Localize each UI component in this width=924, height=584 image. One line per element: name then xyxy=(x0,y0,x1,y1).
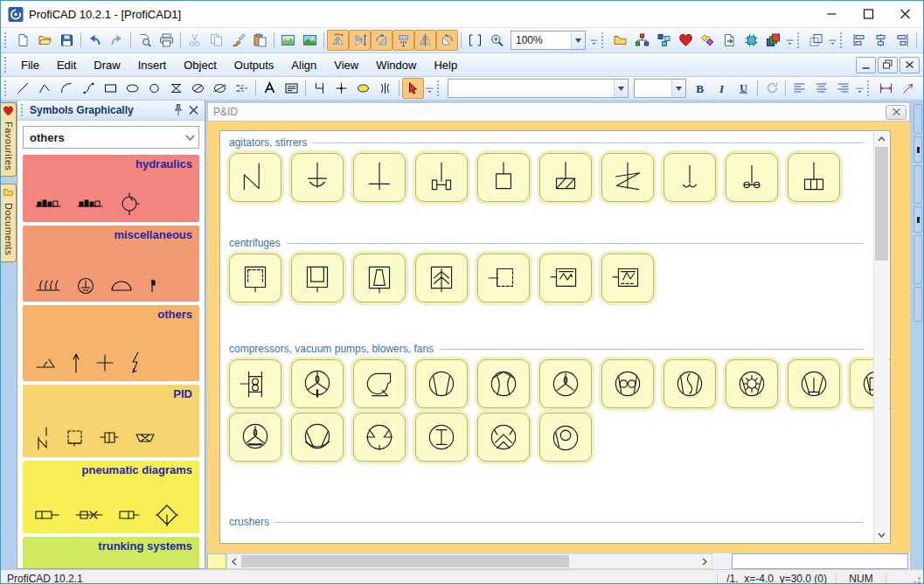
symbol-tile-compressor-piston[interactable] xyxy=(229,359,281,408)
toolbar-overflow-button[interactable] xyxy=(784,31,795,51)
zoom-button[interactable] xyxy=(486,30,508,51)
document-close-button[interactable] xyxy=(886,105,907,120)
hydraulic-pump-symbol[interactable] xyxy=(119,192,140,215)
symbol-tile-fan-three-blade-bar[interactable] xyxy=(229,413,281,462)
layers-button[interactable] xyxy=(762,30,784,51)
horizontal-scrollbar-track[interactable] xyxy=(241,554,698,568)
bus-button[interactable] xyxy=(374,78,396,99)
menu-object[interactable]: Object xyxy=(175,55,226,75)
circle-button[interactable] xyxy=(143,78,165,99)
menu-outputs[interactable]: Outputs xyxy=(226,55,283,75)
hydraulic-unit-symbol[interactable] xyxy=(35,198,61,209)
right-toolbar-button[interactable] xyxy=(914,104,922,134)
symbol-tile-compressor-plain[interactable] xyxy=(415,359,468,408)
rect-button[interactable] xyxy=(100,78,122,99)
rotate-left-button[interactable] xyxy=(436,30,458,51)
maximize-button[interactable] xyxy=(850,1,886,27)
insert-image-2-button[interactable] xyxy=(299,30,321,51)
align-center-button[interactable] xyxy=(870,30,892,51)
hourglass-button[interactable] xyxy=(165,78,187,99)
dim-none-button[interactable] xyxy=(919,78,924,99)
nodes-button[interactable] xyxy=(653,30,675,51)
vertical-scrollbar[interactable] xyxy=(873,132,889,542)
panel-close-button[interactable] xyxy=(185,102,201,118)
symbol-tile-agitator-flat-paddle[interactable] xyxy=(353,153,406,202)
scroll-up-button[interactable] xyxy=(874,132,889,146)
hatch-button[interactable] xyxy=(231,78,253,99)
symbol-tile-centrifuge-chevron[interactable] xyxy=(415,254,468,302)
symbol-tile-agitator-grid-box[interactable] xyxy=(788,153,840,202)
align-right-button[interactable] xyxy=(892,30,914,51)
right-toolbar-button[interactable] xyxy=(914,136,922,163)
bold-button[interactable]: B xyxy=(689,78,711,99)
symbol-tile-compressor-tee[interactable] xyxy=(788,359,840,408)
document-minimize-button[interactable] xyxy=(856,57,876,73)
arc-button[interactable] xyxy=(56,78,78,99)
ellipse-button[interactable] xyxy=(122,78,143,99)
symbol-tile-fan-three-blade[interactable] xyxy=(539,359,592,408)
align-top-button[interactable] xyxy=(920,30,924,51)
symbol-tile-agitator-anchor[interactable] xyxy=(229,153,281,202)
dim-linear-button[interactable] xyxy=(875,78,897,99)
shapes-button[interactable] xyxy=(697,30,719,51)
ellipse-slash-button[interactable] xyxy=(187,78,209,99)
symbol-tile-centrifuge-zigzag[interactable] xyxy=(539,254,592,302)
text-block-button[interactable] xyxy=(281,78,302,99)
save-button[interactable] xyxy=(56,30,78,51)
dropdown-arrow-icon[interactable] xyxy=(571,31,585,49)
cut-button[interactable] xyxy=(184,30,205,51)
toolbar-overflow-button[interactable] xyxy=(588,31,600,51)
copy-button[interactable] xyxy=(205,30,227,51)
export-button[interactable] xyxy=(719,30,740,51)
symbol-tile-centrifuge-dashed-basket[interactable] xyxy=(229,254,281,302)
toolbar-overflow-button[interactable] xyxy=(424,79,435,99)
symbol-tile-agitator-propeller-curved[interactable] xyxy=(663,153,716,202)
document-close-button[interactable] xyxy=(900,57,920,73)
menu-window[interactable]: Window xyxy=(367,55,425,75)
menu-align[interactable]: Align xyxy=(282,55,325,75)
rotate-text-button[interactable] xyxy=(761,78,782,99)
horizontal-scrollbar-thumb[interactable] xyxy=(241,555,569,567)
lightning-symbol[interactable] xyxy=(129,351,142,374)
redo-button[interactable] xyxy=(106,30,128,51)
text-button[interactable] xyxy=(259,78,281,99)
symbol-tile-compressor-ports[interactable] xyxy=(353,413,406,462)
arrow-up-symbol[interactable] xyxy=(72,352,80,373)
symbol-tile-agitator-turbine[interactable] xyxy=(415,153,468,202)
symbol-tile-centrifuge-zigzag-dashed[interactable] xyxy=(601,254,654,302)
toolbar-overflow-button[interactable] xyxy=(827,31,838,51)
symbol-tile-compressor-chevrons[interactable] xyxy=(477,413,530,462)
underline-button[interactable]: U xyxy=(733,78,754,99)
text-align-center-button[interactable] xyxy=(810,78,832,99)
menu-help[interactable]: Help xyxy=(425,55,466,75)
symbol-tile-agitator-hatched-box[interactable] xyxy=(539,153,592,202)
chip-button[interactable] xyxy=(740,30,762,51)
pid-vessel-symbol[interactable] xyxy=(66,429,84,447)
paste-button[interactable] xyxy=(249,30,271,51)
flip-horizontal-button[interactable] xyxy=(327,30,349,51)
polyline-button[interactable] xyxy=(34,78,56,99)
right-toolbar-button[interactable] xyxy=(914,287,922,322)
pid-valve-symbol[interactable] xyxy=(100,431,119,445)
select-area-button[interactable] xyxy=(464,30,486,51)
valve-assembly-symbol[interactable] xyxy=(75,510,103,520)
pid-strainer-symbol[interactable] xyxy=(135,433,156,444)
insert-image-button[interactable] xyxy=(277,30,299,51)
earthing-symbol[interactable] xyxy=(77,277,94,295)
pid-agitator-symbol[interactable] xyxy=(35,426,51,450)
menu-insert[interactable]: Insert xyxy=(129,55,176,75)
dock-tab-favourites[interactable]: Favourites xyxy=(1,102,17,177)
format-painter-button[interactable] xyxy=(227,30,249,51)
right-toolbar-button[interactable] xyxy=(914,165,922,204)
symbol-tile-compressor-ring[interactable] xyxy=(539,413,592,462)
symbol-tile-blower-scroll[interactable] xyxy=(353,359,406,408)
print-preview-button[interactable] xyxy=(134,30,156,51)
menu-view[interactable]: View xyxy=(325,55,367,75)
close-button[interactable] xyxy=(886,1,923,27)
symbol-tile-agitator-propeller-loops[interactable] xyxy=(726,153,778,202)
italic-button[interactable]: I xyxy=(711,78,733,99)
right-toolbar-button[interactable] xyxy=(914,206,922,233)
font-combobox[interactable] xyxy=(448,79,629,98)
dropdown-arrow-icon[interactable] xyxy=(614,80,628,97)
symbol-tile-agitator-box[interactable] xyxy=(477,153,530,202)
